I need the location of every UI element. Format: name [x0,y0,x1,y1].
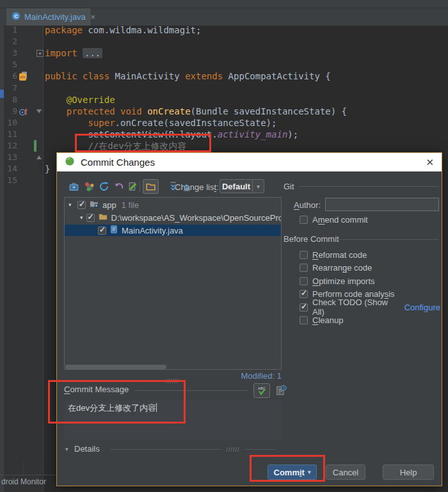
before-commit-option[interactable]: Optimize imports [300,274,440,288]
amend-commit-row[interactable]: Amend commit [300,215,368,225]
before-commit-option[interactable]: Reformat code [300,248,440,262]
collapse-all-icon[interactable] [179,179,193,193]
override-method-icon[interactable] [19,106,29,116]
refresh-icon[interactable] [97,179,111,193]
vcs-section-label: Git [284,182,294,191]
code-line[interactable]: protected void onCreate(Bundle savedInst… [45,106,347,117]
tool-window-divider [23,462,24,475]
option-label: Check TODO (Show All) [312,298,396,317]
tree-expand-icon[interactable]: ▾ [68,202,74,208]
section-divider [245,449,275,450]
spellcheck-icon[interactable]: ABC [253,383,270,398]
tree-row[interactable]: MainActivity.java [65,225,281,236]
changelist-combobox[interactable]: Default ▾ [220,179,264,193]
option-checkbox[interactable] [300,277,308,285]
code-line[interactable]: } [45,163,50,175]
splitter-grip[interactable]: ////// [223,447,243,453]
option-checkbox[interactable] [300,316,308,324]
modified-class-icon[interactable]: <> [19,71,29,81]
tree-row[interactable]: ▾D:\workspace\AS_Workspace\OpenSourcePro… [65,212,281,223]
code-line[interactable]: import ... [45,47,102,59]
code-line[interactable]: package com.wildma.wildmagit; [45,24,201,36]
include-checkbox[interactable] [86,214,95,222]
option-label: Reformat code [312,250,367,260]
line-number: 1 [4,24,17,36]
move-to-changelist-icon[interactable] [82,179,96,193]
dialog-close-icon[interactable]: ✕ [426,157,434,167]
include-checkbox[interactable] [77,201,86,209]
amend-checkbox[interactable] [300,216,308,224]
before-commit-label: Before Commit [284,234,339,244]
group-by-directory-icon[interactable] [143,179,159,194]
code-line[interactable]: public class MainActivity extends AppCom… [45,70,331,82]
annotation-box-comment [75,134,211,152]
option-label: Cleanup [312,315,343,325]
author-input[interactable] [325,198,439,211]
amend-label: Amend commit [312,215,368,225]
line-number: 10 [4,117,17,129]
chevron-down-icon[interactable]: ▾ [252,180,264,193]
java-class-icon: C [12,12,20,22]
change-marker[interactable] [34,140,36,152]
tab-mainactivity[interactable]: C MainActivity.java × [6,8,92,26]
section-divider [299,186,438,187]
before-commit-option[interactable]: Check TODO (Show All)Configure [300,301,440,314]
code-line[interactable]: super.onCreate(savedInstanceState); [45,117,276,129]
breadcrumb-bar [0,0,448,8]
tree-row-label: MainActivity.java [122,226,183,235]
tool-window-divider [0,475,56,475]
tree-row-label: app [102,200,116,210]
fold-marker[interactable] [36,109,44,116]
commit-dialog-icon [65,156,75,168]
line-number: 13 [4,152,17,163]
option-checkbox[interactable] [300,290,308,298]
help-button[interactable]: Help [383,464,434,480]
toolbar-separator [140,180,140,192]
include-checkbox[interactable] [98,226,106,235]
svg-text:<>: <> [20,75,25,80]
annotation-box-message [48,380,186,424]
tab-close-icon[interactable]: × [91,13,95,22]
cancel-button[interactable]: Cancel [326,464,365,480]
option-label: Rearrange code [312,263,372,273]
before-commit-options: Reformat codeRearrange codeOptimize impo… [300,248,440,327]
revert-icon[interactable] [111,179,125,193]
jump-to-source-icon[interactable] [125,179,140,193]
line-number: 9 [4,106,17,117]
option-checkbox[interactable] [300,251,308,259]
line-number: 6 [4,70,17,82]
tool-window-divider [40,462,40,475]
java-file-icon [109,225,118,236]
android-monitor-tab[interactable]: droid Monitor [1,477,46,486]
expand-all-icon[interactable] [166,179,180,193]
tab-label: MainActivity.java [24,12,86,22]
configure-link[interactable]: Configure [404,303,440,312]
option-checkbox[interactable] [300,303,308,312]
line-number: 7 [4,83,17,94]
show-diff-icon[interactable] [67,179,81,193]
before-commit-option[interactable]: Rearrange code [300,262,440,275]
dialog-title-bar: Commit Changes ✕ [57,153,442,171]
tree-expand-icon[interactable]: ▾ [80,214,83,221]
android-studio-screen: C MainActivity.java × 1package com.wildm… [0,0,448,492]
editor-tab-bar: C MainActivity.java × [0,8,448,26]
tree-row-suffix: 1 file [122,200,139,210]
tree-row[interactable]: ▾app1 file [65,199,281,210]
svg-text:C: C [14,13,18,19]
code-line[interactable]: @Override [45,94,115,106]
changelist-value: Default [220,182,252,191]
tree-row-label: D:\workspace\AS_Workspace\OpenSourceProj… [111,213,282,223]
line-number: 12 [4,140,17,152]
fold-marker[interactable]: + [36,50,44,57]
section-divider [336,239,438,240]
message-history-icon[interactable] [275,385,287,396]
line-number: 3 [4,47,17,59]
line-number: 15 [4,175,17,186]
changes-tree[interactable]: ▾app1 file▾D:\workspace\AS_Workspace\Ope… [64,197,282,370]
chevron-down-icon: ▾ [65,446,68,452]
option-checkbox[interactable] [300,264,308,272]
horizontal-scrollbar[interactable] [65,365,166,369]
fold-marker[interactable] [36,155,44,163]
author-label: Author: [282,200,321,210]
module-icon [89,199,99,210]
